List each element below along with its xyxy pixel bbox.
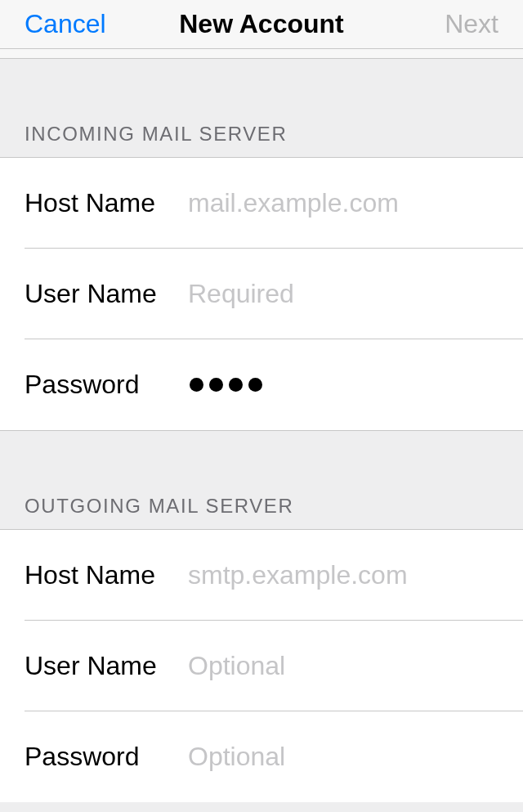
incoming-group: Host Name User Name Password	[0, 157, 523, 431]
outgoing-password-label: Password	[25, 742, 188, 772]
outgoing-username-input[interactable]	[188, 651, 523, 681]
incoming-username-label: User Name	[25, 279, 188, 309]
cancel-button[interactable]: Cancel	[25, 9, 123, 39]
incoming-password-input[interactable]	[188, 378, 523, 392]
outgoing-password-row: Password	[25, 711, 523, 802]
incoming-password-label: Password	[25, 370, 188, 400]
incoming-password-row: Password	[25, 339, 523, 430]
outgoing-hostname-input[interactable]	[188, 560, 523, 590]
incoming-hostname-input[interactable]	[188, 188, 523, 218]
incoming-username-row: User Name	[25, 249, 523, 339]
incoming-hostname-label: Host Name	[25, 188, 188, 218]
incoming-hostname-row: Host Name	[25, 158, 523, 249]
outgoing-section-header: OUTGOING MAIL SERVER	[0, 431, 523, 529]
incoming-username-input[interactable]	[188, 279, 523, 309]
outgoing-hostname-label: Host Name	[25, 560, 188, 590]
page-title: New Account	[123, 9, 400, 39]
nav-bar: Cancel New Account Next	[0, 0, 523, 49]
outgoing-password-input[interactable]	[188, 742, 523, 772]
password-dot-icon	[190, 378, 203, 392]
outgoing-username-row: User Name	[25, 621, 523, 711]
incoming-section-header: INCOMING MAIL SERVER	[0, 59, 523, 157]
outgoing-username-label: User Name	[25, 651, 188, 681]
outgoing-hostname-row: Host Name	[25, 530, 523, 621]
password-dot-icon	[229, 378, 243, 392]
password-dot-icon	[209, 378, 223, 392]
outgoing-group: Host Name User Name Password	[0, 529, 523, 802]
next-button[interactable]: Next	[400, 9, 498, 39]
spacer	[0, 49, 523, 59]
password-dot-icon	[248, 378, 262, 392]
